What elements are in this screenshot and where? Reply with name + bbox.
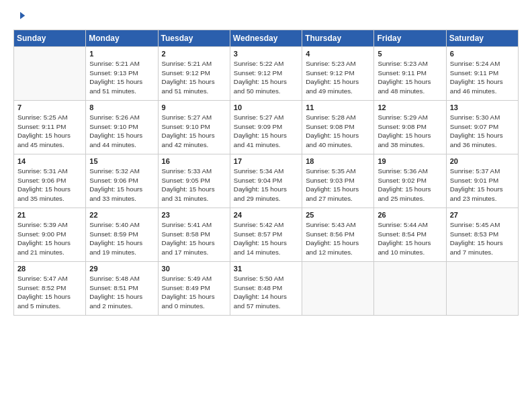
day-cell: 25Sunrise: 5:43 AM Sunset: 8:56 PM Dayli…	[302, 208, 374, 262]
day-cell: 9Sunrise: 5:27 AM Sunset: 9:10 PM Daylig…	[158, 101, 230, 154]
day-info: Sunrise: 5:45 AM Sunset: 8:53 PM Dayligh…	[450, 220, 515, 257]
day-info: Sunrise: 5:30 AM Sunset: 9:07 PM Dayligh…	[450, 113, 515, 150]
day-info: Sunrise: 5:25 AM Sunset: 9:11 PM Dayligh…	[17, 113, 82, 150]
day-cell: 23Sunrise: 5:41 AM Sunset: 8:58 PM Dayli…	[158, 208, 230, 262]
day-info: Sunrise: 5:44 AM Sunset: 8:54 PM Dayligh…	[378, 220, 442, 257]
day-cell: 2Sunrise: 5:21 AM Sunset: 9:12 PM Daylig…	[158, 47, 230, 101]
weekday-header-saturday: Saturday	[446, 30, 518, 47]
day-number: 2	[162, 50, 226, 58]
day-info: Sunrise: 5:35 AM Sunset: 9:03 PM Dayligh…	[306, 167, 370, 203]
calendar-table: SundayMondayTuesdayWednesdayThursdayFrid…	[13, 30, 519, 316]
day-cell: 11Sunrise: 5:28 AM Sunset: 9:08 PM Dayli…	[302, 101, 374, 154]
day-info: Sunrise: 5:28 AM Sunset: 9:08 PM Dayligh…	[306, 113, 370, 150]
day-cell: 12Sunrise: 5:29 AM Sunset: 9:08 PM Dayli…	[374, 101, 446, 154]
day-cell: 29Sunrise: 5:48 AM Sunset: 8:51 PM Dayli…	[86, 262, 158, 316]
day-cell: 22Sunrise: 5:40 AM Sunset: 8:59 PM Dayli…	[86, 208, 158, 262]
header	[13, 11, 519, 23]
day-number: 22	[89, 211, 154, 219]
logo-flag-icon	[14, 11, 26, 23]
day-number: 13	[450, 103, 515, 111]
day-number: 7	[17, 103, 82, 111]
day-number: 5	[378, 50, 442, 58]
day-info: Sunrise: 5:40 AM Sunset: 8:59 PM Dayligh…	[89, 220, 154, 257]
day-number: 16	[162, 157, 226, 165]
week-row-1: 1Sunrise: 5:21 AM Sunset: 9:13 PM Daylig…	[14, 47, 519, 101]
day-info: Sunrise: 5:32 AM Sunset: 9:06 PM Dayligh…	[89, 167, 154, 203]
logo	[13, 11, 26, 23]
day-info: Sunrise: 5:49 AM Sunset: 8:49 PM Dayligh…	[162, 274, 226, 311]
day-info: Sunrise: 5:21 AM Sunset: 9:12 PM Dayligh…	[162, 59, 226, 96]
day-info: Sunrise: 5:33 AM Sunset: 9:05 PM Dayligh…	[162, 167, 226, 203]
weekday-header-wednesday: Wednesday	[230, 30, 302, 47]
day-cell: 16Sunrise: 5:33 AM Sunset: 9:05 PM Dayli…	[158, 154, 230, 208]
day-number: 20	[450, 157, 515, 165]
day-number: 4	[306, 50, 370, 58]
day-info: Sunrise: 5:43 AM Sunset: 8:56 PM Dayligh…	[306, 220, 370, 257]
day-number: 28	[17, 265, 82, 273]
day-cell: 8Sunrise: 5:26 AM Sunset: 9:10 PM Daylig…	[86, 101, 158, 154]
day-info: Sunrise: 5:34 AM Sunset: 9:04 PM Dayligh…	[234, 167, 298, 203]
day-number: 3	[234, 50, 298, 58]
day-cell: 3Sunrise: 5:22 AM Sunset: 9:12 PM Daylig…	[230, 47, 302, 101]
day-info: Sunrise: 5:26 AM Sunset: 9:10 PM Dayligh…	[89, 113, 154, 150]
day-info: Sunrise: 5:24 AM Sunset: 9:11 PM Dayligh…	[450, 59, 515, 96]
day-info: Sunrise: 5:36 AM Sunset: 9:02 PM Dayligh…	[378, 167, 442, 203]
day-cell: 28Sunrise: 5:47 AM Sunset: 8:52 PM Dayli…	[14, 262, 86, 316]
day-cell: 17Sunrise: 5:34 AM Sunset: 9:04 PM Dayli…	[230, 154, 302, 208]
day-cell: 13Sunrise: 5:30 AM Sunset: 9:07 PM Dayli…	[446, 101, 518, 154]
day-number: 21	[17, 211, 82, 219]
day-info: Sunrise: 5:37 AM Sunset: 9:01 PM Dayligh…	[450, 167, 515, 203]
day-number: 14	[17, 157, 82, 165]
day-info: Sunrise: 5:50 AM Sunset: 8:48 PM Dayligh…	[234, 274, 298, 311]
day-cell: 1Sunrise: 5:21 AM Sunset: 9:13 PM Daylig…	[86, 47, 158, 101]
day-number: 10	[234, 103, 298, 111]
weekday-header-monday: Monday	[86, 30, 158, 47]
day-cell: 18Sunrise: 5:35 AM Sunset: 9:03 PM Dayli…	[302, 154, 374, 208]
day-number: 31	[234, 265, 298, 273]
day-cell: 30Sunrise: 5:49 AM Sunset: 8:49 PM Dayli…	[158, 262, 230, 316]
day-number: 24	[234, 211, 298, 219]
day-number: 12	[378, 103, 442, 111]
day-cell: 21Sunrise: 5:39 AM Sunset: 9:00 PM Dayli…	[14, 208, 86, 262]
day-info: Sunrise: 5:23 AM Sunset: 9:11 PM Dayligh…	[378, 59, 442, 96]
day-info: Sunrise: 5:42 AM Sunset: 8:57 PM Dayligh…	[234, 220, 298, 257]
day-info: Sunrise: 5:48 AM Sunset: 8:51 PM Dayligh…	[89, 274, 154, 311]
day-number: 30	[162, 265, 226, 273]
day-number: 15	[89, 157, 154, 165]
day-cell: 15Sunrise: 5:32 AM Sunset: 9:06 PM Dayli…	[86, 154, 158, 208]
day-cell: 10Sunrise: 5:27 AM Sunset: 9:09 PM Dayli…	[230, 101, 302, 154]
day-cell	[302, 262, 374, 316]
day-info: Sunrise: 5:41 AM Sunset: 8:58 PM Dayligh…	[162, 220, 226, 257]
day-number: 8	[89, 103, 154, 111]
day-cell: 19Sunrise: 5:36 AM Sunset: 9:02 PM Dayli…	[374, 154, 446, 208]
weekday-header-thursday: Thursday	[302, 30, 374, 47]
day-number: 29	[89, 265, 154, 273]
day-info: Sunrise: 5:27 AM Sunset: 9:09 PM Dayligh…	[234, 113, 298, 150]
day-cell: 24Sunrise: 5:42 AM Sunset: 8:57 PM Dayli…	[230, 208, 302, 262]
day-cell	[14, 47, 86, 101]
day-info: Sunrise: 5:21 AM Sunset: 9:13 PM Dayligh…	[89, 59, 154, 96]
day-number: 17	[234, 157, 298, 165]
day-cell: 20Sunrise: 5:37 AM Sunset: 9:01 PM Dayli…	[446, 154, 518, 208]
day-number: 11	[306, 103, 370, 111]
day-cell: 26Sunrise: 5:44 AM Sunset: 8:54 PM Dayli…	[374, 208, 446, 262]
day-number: 1	[89, 50, 154, 58]
day-cell: 6Sunrise: 5:24 AM Sunset: 9:11 PM Daylig…	[446, 47, 518, 101]
page: SundayMondayTuesdayWednesdayThursdayFrid…	[0, 0, 532, 411]
week-row-3: 14Sunrise: 5:31 AM Sunset: 9:06 PM Dayli…	[14, 154, 519, 208]
day-number: 18	[306, 157, 370, 165]
day-info: Sunrise: 5:29 AM Sunset: 9:08 PM Dayligh…	[378, 113, 442, 150]
day-cell	[374, 262, 446, 316]
day-number: 27	[450, 211, 515, 219]
day-info: Sunrise: 5:27 AM Sunset: 9:10 PM Dayligh…	[162, 113, 226, 150]
weekday-header-tuesday: Tuesday	[158, 30, 230, 47]
day-cell: 4Sunrise: 5:23 AM Sunset: 9:12 PM Daylig…	[302, 47, 374, 101]
svg-marker-0	[20, 12, 25, 19]
day-info: Sunrise: 5:47 AM Sunset: 8:52 PM Dayligh…	[17, 274, 82, 311]
day-info: Sunrise: 5:39 AM Sunset: 9:00 PM Dayligh…	[17, 220, 82, 257]
day-cell: 5Sunrise: 5:23 AM Sunset: 9:11 PM Daylig…	[374, 47, 446, 101]
day-number: 26	[378, 211, 442, 219]
weekday-header-friday: Friday	[374, 30, 446, 47]
day-number: 6	[450, 50, 515, 58]
week-row-4: 21Sunrise: 5:39 AM Sunset: 9:00 PM Dayli…	[14, 208, 519, 262]
